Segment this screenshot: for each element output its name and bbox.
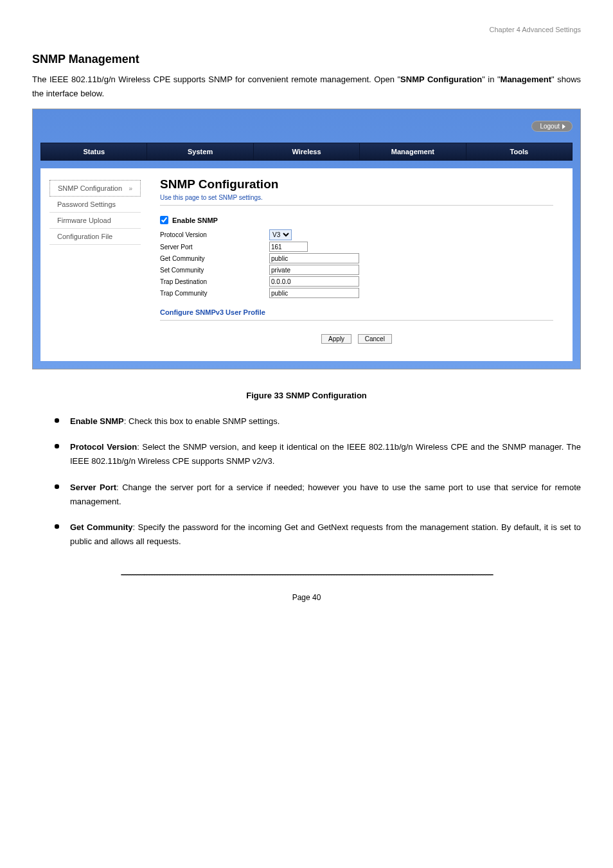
logout-label: Logout	[540, 123, 560, 130]
sidebar-item-config-file[interactable]: Configuration File	[49, 229, 141, 245]
label-get-community: Get Community	[160, 255, 269, 262]
link-snmpv3-profile[interactable]: Configure SNMPv3 User Profile	[160, 308, 553, 321]
section-title: SNMP Management	[32, 53, 581, 66]
bullet-get-community: Get Community: Specify the password for …	[55, 520, 581, 549]
label-trap-community: Trap Community	[160, 290, 269, 297]
navbar: Status System Wireless Management Tools	[40, 143, 573, 161]
enable-row: Enable SNMP	[160, 216, 553, 224]
label-server-port: Server Port	[160, 244, 269, 251]
row-trap-community: Trap Community	[160, 288, 553, 298]
input-get-community[interactable]	[269, 253, 359, 263]
tab-status[interactable]: Status	[40, 143, 147, 161]
input-server-port[interactable]	[269, 242, 308, 252]
doc-header: Chapter 4 Advanced Settings	[32, 26, 581, 33]
footer-divider: ----------------------------------------…	[32, 568, 581, 581]
tab-tools[interactable]: Tools	[466, 143, 573, 161]
page-number: Page 40	[32, 593, 581, 602]
row-get-community: Get Community	[160, 253, 553, 263]
input-trap-destination[interactable]	[269, 276, 359, 287]
content-area: SNMP Configuration » Password Settings F…	[40, 168, 573, 361]
bullet-enable-snmp: Enable SNMP: Check this box to enable SN…	[55, 414, 581, 429]
enable-snmp-label: Enable SNMP	[172, 217, 218, 224]
label-trap-destination: Trap Destination	[160, 278, 269, 285]
bullet-protocol-version: Protocol Version: Select the SNMP versio…	[55, 440, 581, 468]
row-set-community: Set Community	[160, 265, 553, 275]
apply-button[interactable]: Apply	[321, 334, 351, 344]
figure-screenshot: Logout Status System Wireless Management…	[32, 109, 581, 369]
row-server-port: Server Port	[160, 242, 553, 252]
sidebar-item-firmware[interactable]: Firmware Upload	[49, 213, 141, 229]
page-subtitle: Use this page to set SNMP settings.	[160, 194, 553, 206]
figure-topbar: Logout	[33, 109, 580, 143]
page-title: SNMP Configuration	[160, 177, 553, 191]
cancel-button[interactable]: Cancel	[358, 334, 392, 344]
footer: ----------------------------------------…	[32, 568, 581, 602]
chevron-right-icon: »	[129, 185, 132, 192]
sidebar: SNMP Configuration » Password Settings F…	[40, 168, 150, 355]
main-panel: SNMP Configuration Use this page to set …	[150, 168, 573, 355]
sidebar-item-password[interactable]: Password Settings	[49, 197, 141, 213]
tab-system[interactable]: System	[147, 143, 253, 161]
select-protocol-version[interactable]: V3	[269, 229, 292, 240]
row-protocol-version: Protocol Version V3	[160, 229, 553, 240]
intro-text: The IEEE 802.11b/g/n Wireless CPE suppor…	[32, 73, 581, 101]
sidebar-item-label: SNMP Configuration	[58, 184, 122, 192]
sidebar-item-snmp[interactable]: SNMP Configuration »	[49, 180, 141, 197]
button-row: Apply Cancel	[160, 333, 553, 344]
input-trap-community[interactable]	[269, 288, 359, 298]
logout-button[interactable]: Logout	[531, 121, 573, 132]
label-protocol-version: Protocol Version	[160, 231, 269, 238]
play-icon	[562, 124, 565, 129]
row-trap-destination: Trap Destination	[160, 276, 553, 287]
tab-wireless[interactable]: Wireless	[254, 143, 360, 161]
figure-caption: Figure 33 SNMP Configuration	[32, 389, 581, 403]
tab-management[interactable]: Management	[360, 143, 466, 161]
bullet-list: Enable SNMP: Check this box to enable SN…	[55, 414, 581, 549]
enable-snmp-checkbox[interactable]	[160, 216, 168, 224]
input-set-community[interactable]	[269, 265, 359, 275]
label-set-community: Set Community	[160, 267, 269, 274]
bullet-server-port: Server Port: Change the server port for …	[55, 481, 581, 509]
